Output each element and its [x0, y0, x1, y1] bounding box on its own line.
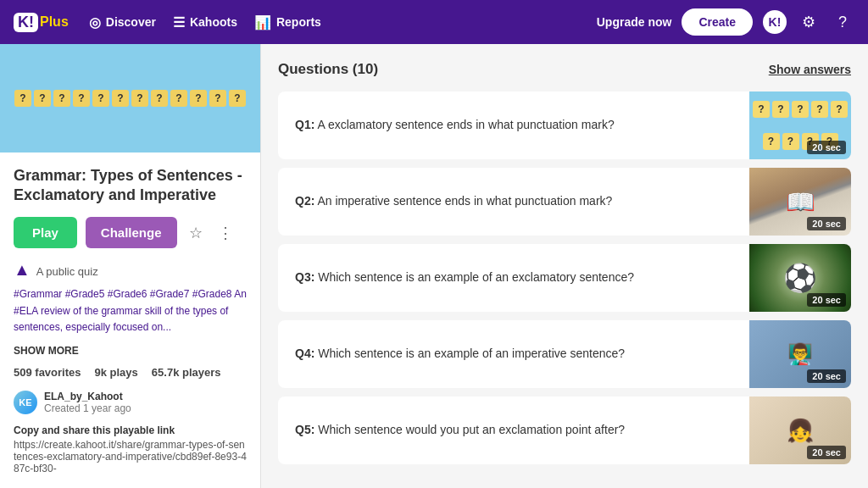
players-stat: 65.7k players [152, 366, 221, 379]
question-text: Q2: An imperative sentence ends in what … [278, 193, 749, 210]
header: K!Plus ◎ Discover ☰ Kahoots 📊 Reports Up… [0, 0, 868, 44]
quiz-type: ▲ A public quiz [14, 260, 247, 280]
nav-discover[interactable]: ◎ Discover [89, 14, 156, 30]
author-info: ELA_by_Kahoot Created 1 year ago [44, 391, 131, 414]
questions-header: Questions (10) Show answers [278, 61, 851, 78]
kahoots-icon: ☰ [173, 14, 185, 30]
sidebar-content: Grammar: Types of Sentences - Exclamator… [0, 152, 260, 488]
discover-icon: ◎ [89, 14, 101, 30]
more-options-button[interactable]: ⋮ [214, 220, 236, 246]
question-content: An imperative sentence ends in what punc… [317, 194, 612, 208]
time-badge: 20 sec [807, 141, 846, 154]
author-name: ELA_by_Kahoot [44, 391, 131, 402]
content-area: Questions (10) Show answers Q1: A exclam… [261, 44, 868, 488]
qm-tile: ? [190, 90, 207, 107]
settings-icon[interactable]: ⚙ [797, 10, 821, 34]
up-arrow-icon: ▲ [14, 260, 31, 279]
qm-tile: ? [229, 90, 246, 107]
question-card: Q4: Which sentence is an example of an i… [278, 320, 851, 388]
favorite-button[interactable]: ☆ [186, 220, 206, 246]
action-buttons: Play Challenge ☆ ⋮ [14, 217, 247, 248]
question-thumbnail: 👨‍🏫 20 sec [749, 320, 851, 388]
nav-reports-label: Reports [276, 15, 321, 29]
sidebar-image: ? ? ? ? ? ? ? ? ? ? ? ? [0, 44, 260, 152]
create-button[interactable]: Create [682, 8, 753, 36]
help-icon[interactable]: ? [831, 10, 854, 34]
question-content: Which sentence would you put an exclamat… [318, 423, 625, 436]
nav-kahoots-label: Kahoots [190, 15, 237, 29]
author-avatar: KE [14, 391, 37, 414]
question-text: Q4: Which sentence is an example of an i… [278, 346, 749, 363]
question-id: Q4: [295, 347, 314, 360]
upgrade-button[interactable]: Upgrade now [597, 15, 672, 29]
quiz-title: Grammar: Types of Sentences - Exclamator… [14, 166, 247, 206]
qm-tile: ? [170, 90, 187, 107]
question-text: Q3: Which sentence is an example of an e… [278, 269, 749, 286]
main-layout: ? ? ? ? ? ? ? ? ? ? ? ? Grammar: Types o… [0, 44, 868, 488]
nav: ◎ Discover ☰ Kahoots 📊 Reports [89, 14, 576, 30]
questions-count-title: Questions (10) [278, 61, 378, 78]
reports-icon: 📊 [254, 14, 271, 30]
question-content: Which sentence is an example of an excla… [318, 270, 634, 284]
qm-tile: ? [131, 90, 148, 107]
k-profile-icon[interactable]: K! [763, 10, 787, 34]
qm-tile: ? [14, 90, 31, 107]
quiz-cover-image: ? ? ? ? ? ? ? ? ? ? ? ? [0, 44, 260, 152]
nav-reports[interactable]: 📊 Reports [254, 14, 321, 30]
logo[interactable]: K!Plus [14, 13, 69, 32]
nav-kahoots[interactable]: ☰ Kahoots [173, 14, 237, 30]
challenge-button[interactable]: Challenge [86, 217, 177, 248]
question-content: Which sentence is an example of an imper… [318, 347, 625, 360]
copy-link-title: Copy and share this playable link [14, 424, 247, 436]
qm-tile: ? [34, 90, 51, 107]
author-section: KE ELA_by_Kahoot Created 1 year ago [14, 391, 247, 414]
play-button[interactable]: Play [14, 217, 77, 248]
sidebar: ? ? ? ? ? ? ? ? ? ? ? ? Grammar: Types o… [0, 44, 261, 488]
show-answers-button[interactable]: Show answers [769, 63, 851, 76]
question-card: Q5: Which sentence would you put an excl… [278, 396, 851, 464]
question-card: Q1: A exclamatory sentence ends in what … [278, 92, 851, 159]
question-thumbnail: 👧 20 sec [749, 396, 851, 464]
copy-link-section: Copy and share this playable link https:… [14, 424, 247, 474]
question-content: A exclamatory sentence ends in what punc… [317, 118, 614, 131]
question-text: Q1: A exclamatory sentence ends in what … [278, 117, 749, 134]
qm-tile: ? [73, 90, 90, 107]
show-more-link[interactable]: SHOW MORE [14, 345, 79, 357]
copy-link-url: https://create.kahoot.it/share/grammar-t… [14, 439, 247, 474]
logo-plus: Plus [40, 14, 69, 30]
question-id: Q5: [295, 423, 314, 436]
time-badge: 20 sec [807, 446, 846, 459]
question-thumbnail: 📖 20 sec [749, 168, 851, 236]
qm-tile: ? [151, 90, 168, 107]
question-thumbnail: ? ? ? ? ? ? ? ? ? 20 sec [749, 92, 851, 159]
question-card: Q3: Which sentence is an example of an e… [278, 244, 851, 312]
question-thumbnail: ⚽ 20 sec [749, 244, 851, 312]
author-created: Created 1 year ago [44, 402, 131, 414]
qm-tile: ? [53, 90, 70, 107]
quiz-stats: 509 favorites 9k plays 65.7k players [14, 366, 247, 379]
plays-stat: 9k plays [95, 366, 138, 379]
qm-tile: ? [209, 90, 226, 107]
question-id: Q1: [295, 118, 314, 131]
question-text: Q5: Which sentence would you put an excl… [278, 422, 749, 439]
qm-tile: ? [112, 90, 129, 107]
question-id: Q3: [295, 270, 314, 284]
header-right: Upgrade now Create K! ⚙ ? [597, 8, 854, 36]
question-card: Q2: An imperative sentence ends in what … [278, 168, 851, 236]
time-badge: 20 sec [807, 217, 846, 230]
qm-tile: ? [92, 90, 109, 107]
nav-discover-label: Discover [106, 15, 156, 29]
time-badge: 20 sec [807, 369, 846, 383]
quiz-tags: #Grammar #Grade5 #Grade6 #Grade7 #Grade8… [14, 286, 247, 336]
question-id: Q2: [295, 194, 314, 208]
favorites-stat: 509 favorites [14, 366, 81, 379]
logo-k: K! [14, 13, 38, 32]
time-badge: 20 sec [807, 293, 846, 307]
